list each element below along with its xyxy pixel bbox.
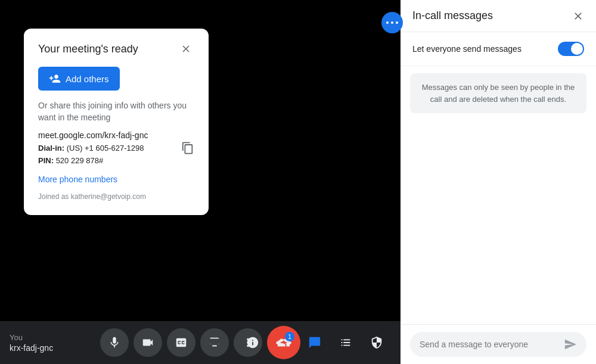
captions-button[interactable] [167,328,195,357]
svg-point-2 [396,21,398,24]
bottom-left: You krx-fadj-gnc [10,333,81,353]
add-others-label: Add others [66,74,109,84]
popup-header: Your meeting's ready [38,41,194,57]
more-options-button[interactable] [381,12,403,33]
panel-title: In-call messages [412,10,493,22]
share-text: Or share this joining info with others y… [38,100,194,123]
pin-label: PIN: [38,156,54,165]
people-badge: 1 [285,332,294,341]
send-button[interactable] [564,338,577,351]
popup-title: Your meeting's ready [38,43,138,55]
join-info: meet.google.com/krx-fadj-gnc Dial-in: (U… [38,130,194,167]
dial-info: Dial-in: (US) +1 605-627-1298 PIN: 520 2… [38,142,194,167]
info-button[interactable] [238,328,267,357]
you-label: You [10,333,81,342]
meeting-name-label: krx-fadj-gnc [10,343,81,353]
info-box: Messages can only be seen by people in t… [410,73,586,113]
svg-point-1 [391,21,393,24]
toggle-row: Let everyone send messages ✓ [401,32,596,66]
message-input-row [410,332,586,357]
info-text: Messages can only be seen by people in t… [420,82,577,105]
bottom-bar: You krx-fadj-gnc [0,321,401,364]
dial-in-number: (US) +1 605-627-1298 [67,144,144,153]
panel-footer [401,324,596,364]
shield-button[interactable] [362,328,391,357]
message-input[interactable] [420,340,564,349]
panel-body: Let everyone send messages ✓ Messages ca… [401,32,596,324]
meeting-ready-popup: Your meeting's ready Add others Or share… [24,29,209,215]
bottom-right: 1 [238,328,391,357]
camera-button[interactable] [134,328,162,357]
popup-close-button[interactable] [178,41,194,57]
toggle-switch[interactable]: ✓ [558,42,584,56]
people-button[interactable]: 1 [269,328,298,357]
panel-close-button[interactable] [572,10,584,22]
present-button[interactable] [200,328,229,357]
toggle-check-icon: ✓ [576,45,582,53]
meeting-link: meet.google.com/krx-fadj-gnc [38,130,194,140]
toggle-label: Let everyone send messages [412,44,522,54]
chat-button[interactable] [300,328,329,357]
dial-in-label: Dial-in: [38,144,64,153]
mic-button[interactable] [100,328,129,357]
panel-header: In-call messages [401,0,596,32]
svg-point-0 [386,21,389,24]
add-others-button[interactable]: Add others [38,67,120,91]
copy-button[interactable] [181,141,194,156]
right-panel: In-call messages Let everyone send messa… [401,0,596,364]
joined-as-text: Joined as katherine@getvoip.com [38,192,194,201]
activities-button[interactable] [331,328,360,357]
more-phone-link[interactable]: More phone numbers [38,175,194,184]
pin-number: 520 229 878# [56,156,104,165]
